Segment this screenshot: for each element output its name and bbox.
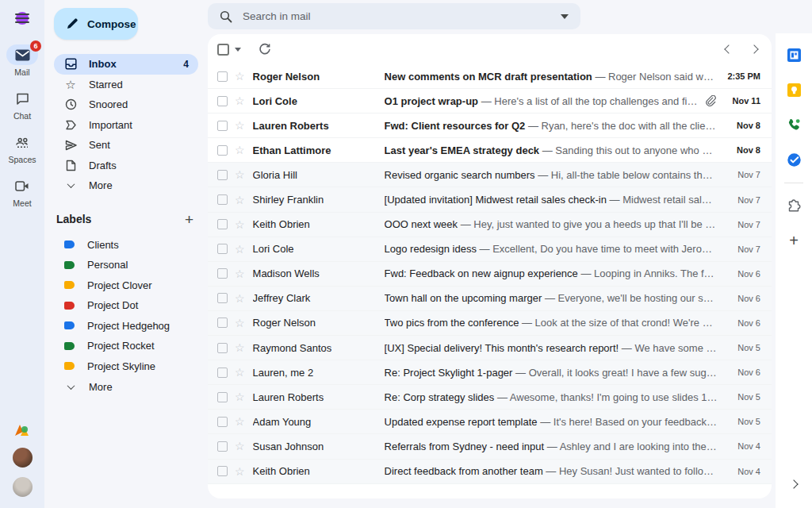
sidebar-item-important[interactable]: Important: [54, 115, 198, 136]
chevron-down-icon: [64, 179, 77, 192]
row-checkbox[interactable]: [217, 194, 228, 205]
star-icon[interactable]: ☆: [235, 168, 245, 181]
email-row[interactable]: ☆ Roger Nelson Two pics from the confere…: [208, 311, 772, 336]
email-row[interactable]: ☆ Keith Obrien Direct feedback from anot…: [208, 460, 772, 484]
older-page-button[interactable]: [749, 44, 758, 53]
email-subject-snippet: [UX] Special delivery! This month's rese…: [385, 342, 718, 354]
sidebar-label-item[interactable]: Project Hedgehog: [54, 316, 198, 337]
star-icon[interactable]: ☆: [235, 243, 245, 256]
rail-item-spaces[interactable]: Spaces: [6, 132, 38, 164]
sidebar-label-item[interactable]: Project Dot: [54, 295, 198, 316]
row-checkbox[interactable]: [217, 170, 228, 180]
star-icon[interactable]: ☆: [235, 70, 245, 83]
sidebar-label-item[interactable]: Project Rocket: [54, 336, 198, 356]
email-row[interactable]: ☆ Roger Nelson New comments on MCR draft…: [208, 64, 772, 89]
calendar-icon[interactable]: [785, 46, 802, 64]
keep-icon[interactable]: [785, 81, 802, 98]
sidebar-label-item[interactable]: Personal: [54, 255, 198, 275]
sidebar-item-more[interactable]: More: [54, 175, 198, 196]
star-icon[interactable]: ☆: [235, 267, 245, 280]
email-subject: [Updated invitation] Midwest retail sale…: [385, 194, 607, 206]
rail-item-meet[interactable]: Meet: [6, 175, 38, 208]
star-icon[interactable]: ☆: [235, 440, 245, 452]
voice-icon[interactable]: [785, 116, 802, 133]
row-checkbox[interactable]: [217, 343, 228, 353]
sidebar-item-sent[interactable]: Sent: [54, 135, 198, 156]
email-date: 2:35 PM: [718, 71, 760, 81]
email-row[interactable]: ☆ Susan Johnson Referrals from Sydney - …: [208, 434, 772, 459]
star-icon[interactable]: ☆: [235, 366, 245, 379]
email-row[interactable]: ☆ Madison Wells Fwd: Feedback on new aig…: [208, 262, 772, 287]
collapse-panel-chevron[interactable]: [789, 479, 798, 488]
email-row[interactable]: ☆ Jeffrey Clark Town hall on the upcomin…: [208, 287, 772, 311]
star-icon[interactable]: ☆: [235, 292, 245, 305]
star-icon[interactable]: ☆: [235, 119, 245, 132]
row-checkbox[interactable]: [217, 96, 228, 106]
select-dropdown-caret-icon[interactable]: [235, 48, 241, 52]
star-icon[interactable]: ☆: [235, 465, 245, 478]
email-row[interactable]: ☆ Shirley Franklin [Updated invitation] …: [208, 187, 772, 212]
sidebar-label-item[interactable]: Clients: [54, 235, 198, 256]
row-checkbox[interactable]: [217, 392, 228, 402]
star-icon[interactable]: ☆: [235, 94, 245, 107]
sidebar-item-inbox[interactable]: Inbox 4: [54, 54, 198, 75]
email-row[interactable]: ☆ Lauren, me 2 Re: Project Skylight 1-pa…: [208, 360, 772, 385]
rail-label-mail: Mail: [14, 67, 29, 77]
email-subject: Last year's EMEA strategy deck: [385, 144, 540, 156]
star-icon[interactable]: ☆: [235, 391, 245, 403]
row-checkbox[interactable]: [217, 71, 228, 82]
rail-item-chat[interactable]: Chat: [6, 88, 38, 121]
sidebar-item-starred[interactable]: ☆ Starred: [54, 75, 198, 95]
sidebar-label-item[interactable]: Project Skyline: [54, 356, 198, 377]
star-icon[interactable]: ☆: [235, 218, 245, 231]
star-icon[interactable]: ☆: [235, 341, 245, 354]
row-checkbox[interactable]: [217, 293, 228, 303]
email-row[interactable]: ☆ Lori Cole O1 project wrap-up — Here's …: [208, 89, 772, 114]
refresh-button[interactable]: [259, 43, 271, 56]
select-all-checkbox[interactable]: [217, 44, 229, 56]
row-checkbox[interactable]: [217, 368, 228, 378]
main-menu-button[interactable]: [10, 6, 34, 30]
email-row[interactable]: ☆ Keith Obrien OOO next week — Hey, just…: [208, 213, 772, 237]
email-row[interactable]: ☆ Ethan Lattimore Last year's EMEA strat…: [208, 138, 772, 163]
sidebar-label-item[interactable]: Project Clover: [54, 275, 198, 296]
email-snippet: — Hey Susan! Just wanted to follow up wi…: [546, 465, 718, 477]
search-bar[interactable]: Search in mail: [208, 3, 580, 29]
compose-button[interactable]: Compose: [54, 8, 138, 40]
addons-icon[interactable]: [785, 198, 802, 215]
search-options-caret-icon[interactable]: [561, 14, 569, 19]
search-input[interactable]: Search in mail: [243, 10, 311, 22]
row-checkbox[interactable]: [217, 417, 228, 427]
row-checkbox[interactable]: [217, 318, 228, 328]
email-row[interactable]: ☆ Adam Young Updated expense report temp…: [208, 410, 772, 434]
row-checkbox[interactable]: [217, 441, 228, 452]
star-icon[interactable]: ☆: [235, 194, 245, 206]
sidebar-item-drafts[interactable]: Drafts: [54, 156, 198, 176]
avatar[interactable]: [13, 477, 33, 497]
star-icon[interactable]: ☆: [235, 317, 245, 329]
get-addons-button[interactable]: +: [789, 233, 799, 248]
row-checkbox[interactable]: [217, 219, 228, 229]
tasks-icon[interactable]: [785, 151, 802, 168]
email-row[interactable]: ☆ Lauren Roberts Re: Corp strategy slide…: [208, 385, 772, 410]
email-row[interactable]: ☆ Lori Cole Logo redesign idess — Excell…: [208, 237, 772, 262]
create-label-button[interactable]: +: [185, 212, 193, 227]
row-checkbox[interactable]: [217, 121, 228, 131]
row-checkbox[interactable]: [217, 244, 228, 254]
email-row[interactable]: ☆ Gloria Hill Revised organic search num…: [208, 163, 772, 187]
star-icon[interactable]: ☆: [235, 144, 245, 156]
row-checkbox[interactable]: [217, 268, 228, 279]
email-row[interactable]: ☆ Lauren Roberts Fwd: Client resources f…: [208, 114, 772, 138]
newer-page-button[interactable]: [724, 44, 733, 53]
email-date: Nov 11: [718, 96, 760, 106]
labels-more[interactable]: More: [54, 377, 198, 398]
avatar[interactable]: [13, 448, 33, 468]
star-icon[interactable]: ☆: [235, 415, 245, 428]
row-checkbox[interactable]: [217, 466, 228, 476]
email-row[interactable]: ☆ Raymond Santos [UX] Special delivery! …: [208, 336, 772, 360]
email-subject: OOO next week: [385, 218, 458, 230]
sidebar-item-snoozed[interactable]: Snoored: [54, 94, 198, 115]
row-checkbox[interactable]: [217, 145, 228, 156]
rail-item-mail[interactable]: 6 Mail: [6, 44, 38, 77]
email-sender: Roger Nelson: [253, 71, 373, 83]
